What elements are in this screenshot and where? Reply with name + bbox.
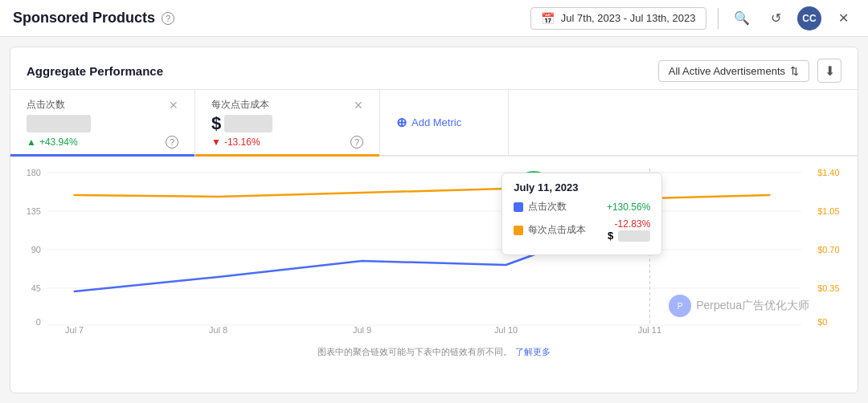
cpc-blurred: [224, 115, 272, 132]
metric-help-cpc[interactable]: ?: [350, 136, 363, 149]
advertisements-dropdown[interactable]: All Active Advertisements ⇅: [658, 60, 809, 82]
tooltip-value-row: $: [608, 230, 650, 242]
tooltip-change-clicks: +130.56%: [607, 202, 650, 213]
add-metric-label: Add Metric: [411, 116, 461, 128]
tooltip-indicator-clicks: [514, 202, 523, 212]
close-button[interactable]: ✕: [831, 6, 855, 31]
metric-value-clicks: [27, 115, 91, 132]
main-content: Aggregate Performance All Active Adverti…: [10, 47, 858, 393]
refresh-button[interactable]: ↺: [764, 6, 788, 31]
svg-text:$0.70: $0.70: [817, 245, 839, 254]
dropdown-label: All Active Advertisements: [669, 65, 785, 77]
metric-value-cpc: $: [211, 115, 276, 132]
tooltip-date: July 11, 2023: [514, 181, 650, 193]
svg-text:45: 45: [31, 283, 41, 293]
tooltip: July 11, 2023 点击次数 +130.56% 每次点击成本 -12.8…: [502, 173, 662, 255]
dollar-sign: $: [211, 113, 221, 134]
svg-text:90: 90: [31, 245, 41, 254]
top-bar-right: 📅 Jul 7th, 2023 - Jul 13th, 2023 🔍 ↺ CC …: [530, 6, 855, 31]
tooltip-dollar: $: [608, 230, 613, 242]
metric-change-cpc: ▼ -13.16%: [211, 136, 260, 148]
date-range-button[interactable]: 📅 Jul 7th, 2023 - Jul 13th, 2023: [530, 7, 706, 30]
section-header: Aggregate Performance All Active Adverti…: [10, 47, 858, 90]
date-range-text: Jul 7th, 2023 - Jul 13th, 2023: [561, 12, 696, 24]
search-button[interactable]: 🔍: [730, 6, 754, 31]
metrics-row: 点击次数 ✕ ▲ +43.94% ? 每次点击成本 ✕ $: [10, 90, 858, 157]
svg-text:Jul 11: Jul 11: [638, 325, 661, 333]
svg-text:$0: $0: [817, 317, 827, 327]
svg-text:180: 180: [27, 168, 41, 177]
chart-footer: 图表中的聚合链效可能与下表中的链效有所不同。 了解更多: [10, 341, 858, 361]
svg-text:Jul 9: Jul 9: [353, 325, 371, 333]
calendar-icon: 📅: [541, 12, 555, 25]
metric-card-cpc: 每次点击成本 ✕ $ ▼ -13.16% ?: [195, 90, 380, 155]
metric-close-cpc[interactable]: ✕: [354, 99, 363, 112]
svg-text:135: 135: [27, 206, 41, 216]
tooltip-indicator-cpc: [514, 226, 523, 235]
watermark-logo: P: [669, 295, 691, 317]
svg-text:Jul 10: Jul 10: [494, 325, 518, 333]
download-button[interactable]: ⬇: [817, 59, 841, 83]
svg-text:0: 0: [36, 317, 41, 327]
metric-label-cpc: 每次点击成本: [211, 98, 269, 112]
tooltip-value-blurred: [618, 230, 650, 242]
help-icon[interactable]: ?: [162, 12, 174, 25]
page-title: Sponsored Products: [13, 10, 155, 26]
add-icon: ⊕: [396, 115, 407, 130]
up-arrow-icon: ▲: [27, 136, 36, 148]
metric-help-clicks[interactable]: ?: [166, 136, 178, 149]
tooltip-row-clicks: 点击次数 +130.56%: [514, 200, 650, 214]
chart-container: 180 135 90 45 0 $1.40 $1.05 $0.70 $0.35 …: [10, 157, 858, 341]
metric-card-clicks: 点击次数 ✕ ▲ +43.94% ?: [10, 90, 195, 155]
metric-change-clicks: ▲ +43.94%: [27, 136, 78, 148]
user-avatar[interactable]: CC: [797, 6, 821, 31]
svg-text:$1.05: $1.05: [817, 206, 839, 216]
down-arrow-icon: ▼: [211, 136, 221, 148]
watermark: P Perpetua广告优化大师: [669, 295, 809, 317]
svg-text:$1.40: $1.40: [817, 168, 839, 177]
separator: [718, 8, 719, 29]
add-metric-button[interactable]: ⊕ Add Metric: [380, 90, 509, 155]
chevron-down-icon: ⇅: [790, 65, 799, 77]
top-bar-left: Sponsored Products ?: [13, 10, 174, 26]
tooltip-change-cpc: -12.83%: [615, 218, 651, 230]
top-bar: Sponsored Products ? 📅 Jul 7th, 2023 - J…: [0, 0, 868, 37]
section-title: Aggregate Performance: [27, 64, 163, 78]
footer-note: 图表中的聚合链效可能与下表中的链效有所不同。: [317, 347, 512, 356]
metric-close-clicks[interactable]: ✕: [169, 99, 178, 112]
section-actions: All Active Advertisements ⇅ ⬇: [658, 59, 841, 83]
metric-label-clicks: 点击次数: [27, 98, 65, 112]
footer-link[interactable]: 了解更多: [515, 347, 551, 356]
svg-text:Jul 7: Jul 7: [65, 325, 84, 333]
watermark-text: Perpetua广告优化大师: [696, 299, 809, 313]
svg-text:$0.35: $0.35: [817, 283, 839, 293]
tooltip-metric-cpc: 每次点击成本: [528, 223, 595, 237]
tooltip-metric-clicks: 点击次数: [528, 200, 594, 214]
tooltip-row-cpc: 每次点击成本 -12.83% $: [514, 218, 650, 242]
svg-text:Jul 8: Jul 8: [209, 325, 227, 333]
